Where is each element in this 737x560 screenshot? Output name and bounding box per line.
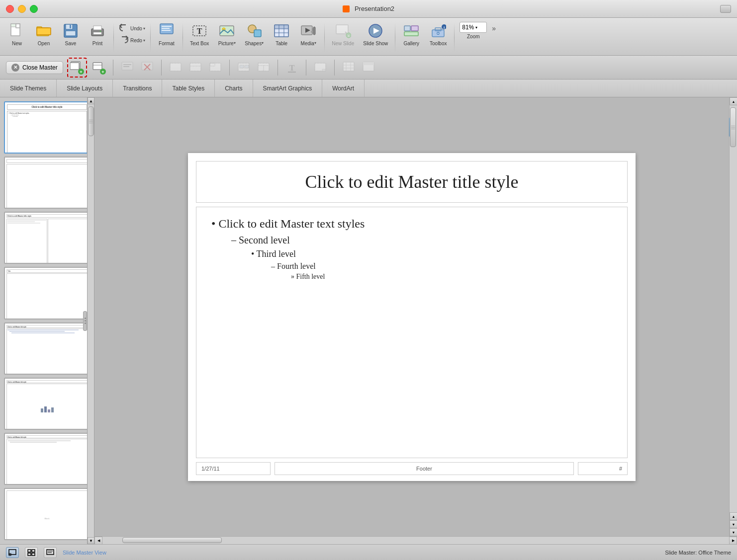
slide-thumb-6[interactable]: Click to edit Master title style [4,378,90,430]
bullet-1: • Click to edit Master text styles [211,217,612,231]
format-icon [158,22,176,40]
media-button[interactable]: Media ▾ [295,20,321,48]
tab-charts[interactable]: Charts [215,80,253,97]
delete-master-button[interactable] [139,60,155,76]
canvas-scroll-track-h [102,537,729,544]
slide-thumb-8[interactable]: Blank [4,488,90,540]
add-master-button[interactable]: + [69,60,85,76]
slide-thumb-1[interactable]: Click to edit Master title style • Click… [4,101,90,154]
slide-num-icon[interactable] [312,60,328,76]
add-layout-button[interactable]: + [91,60,107,76]
undo-button[interactable]: Undo ▾ [117,23,147,34]
zoom-value: 81% [462,24,474,31]
normal-view-button[interactable] [6,547,19,558]
toolbar-more-button[interactable]: » [492,20,496,33]
slideshow-label: Slide Show [363,41,388,46]
window-resize-button[interactable] [720,5,731,13]
svg-rect-32 [313,27,315,35]
print-button[interactable]: Print [85,20,110,48]
slide-thumb-2[interactable] [4,157,90,209]
svg-text:+: + [101,70,104,75]
close-master-button[interactable]: ✕ Close Master [6,61,63,74]
slide-thumb-4[interactable]: Title [4,267,90,319]
canvas-scroll-track [730,105,737,512]
main-slide[interactable]: Click to edit Master title style • Click… [188,153,636,481]
svg-point-13 [100,31,101,32]
zoom-display[interactable]: 81% ▾ [460,22,487,33]
tab-slide-layouts[interactable]: Slide Layouts [57,80,113,97]
slideshow-button[interactable]: Slide Show [359,20,392,48]
layout-icon-1[interactable] [168,60,184,76]
canvas-scroll-thumb[interactable] [730,107,736,147]
svg-rect-65 [210,63,221,71]
save-button[interactable]: Save [58,20,84,48]
zoom-label: Zoom [467,34,480,39]
tab-smartart[interactable]: SmartArt Graphics [253,80,323,97]
tab-bar: Slide Themes Slide Layouts Transitions T… [0,80,737,97]
master-separator3 [229,60,230,76]
slide-content-area[interactable]: • Click to edit Master text styles – Sec… [196,207,628,458]
layout-icon-5[interactable] [256,60,272,76]
bullet-2: – Second level [231,235,612,246]
canvas-scroll-down-2[interactable]: ▼ [730,520,737,528]
tab-slide-themes[interactable]: Slide Themes [0,80,57,97]
canvas-scroll-up-2[interactable]: ▲ [730,512,737,520]
layout-text-icon[interactable]: T [284,60,300,76]
status-view-label: Slide Master View [63,550,106,556]
media-icon [299,22,317,40]
minimize-window-button[interactable] [18,5,26,13]
canvas-scroll-right[interactable]: ▶ [729,537,737,544]
new-label: New [12,41,22,46]
picture-icon [218,22,236,40]
canvas-scroll-down[interactable]: ▼ [730,528,737,536]
close-window-button[interactable] [6,5,14,13]
format-button[interactable]: Format [154,20,180,48]
more-layout-1[interactable] [341,60,357,76]
panel-resize-handle[interactable] [83,311,87,331]
picture-button[interactable]: Picture ▾ [214,20,240,48]
panel-scroll-down[interactable]: ▼ [88,537,94,544]
toolbox-button[interactable]: i Toolbox [425,20,451,48]
layout-icon-3[interactable] [207,60,223,76]
slide-thumb-7[interactable]: Click to edit Master title style [4,433,90,485]
svg-rect-1 [11,24,16,27]
layout-icon-4[interactable] [236,60,252,76]
more-layout-2[interactable] [361,60,376,76]
outline-view-button[interactable] [44,547,57,558]
maximize-window-button[interactable] [30,5,38,13]
newslide-button[interactable]: + New Slide [328,20,358,48]
canvas-scroll-up[interactable]: ▲ [730,97,737,105]
panel-scroll-up[interactable]: ▲ [88,97,94,104]
canvas-scroll-left[interactable]: ◀ [94,537,102,544]
tab-transitions[interactable]: Transitions [113,80,162,97]
textbox-button[interactable]: T Text Box [186,20,213,48]
new-button[interactable]: New [4,20,30,48]
slide-thumb-5[interactable]: Click to edit Master title style [4,322,90,375]
svg-rect-9 [70,25,71,28]
open-button[interactable]: Open [31,20,57,48]
shapes-button[interactable]: Shapes ▾ [241,20,268,48]
undo-label: Undo [130,26,142,31]
table-button[interactable]: Table [269,20,294,48]
svg-rect-7 [66,24,73,29]
newslide-label: New Slide [332,41,354,46]
redo-button[interactable]: Redo ▾ [117,35,147,46]
svg-rect-15 [162,26,172,27]
separator-3 [183,23,183,53]
tab-table-styles[interactable]: Table Styles [162,80,215,97]
zoom-dropdown-arrow[interactable]: ▾ [475,25,477,30]
slide-title-area[interactable]: Click to edit Master title style [196,161,628,203]
svg-rect-86 [28,550,31,552]
status-theme-label: Slide Master: Office Theme [665,550,731,556]
tab-wordart[interactable]: WordArt [322,80,365,97]
canvas-scroll-thumb-h[interactable] [122,537,222,543]
layout-icon-2[interactable] [187,60,203,76]
app-icon [343,5,350,12]
slide-thumb-3[interactable]: Click to edit Master title style [4,212,90,264]
rename-master-button[interactable] [119,60,135,76]
gallery-button[interactable]: Gallery [398,20,424,48]
panel-scroll-thumb[interactable] [88,106,94,136]
grid-view-button[interactable] [25,547,38,558]
svg-rect-12 [93,32,101,34]
shapes-icon [245,22,263,40]
